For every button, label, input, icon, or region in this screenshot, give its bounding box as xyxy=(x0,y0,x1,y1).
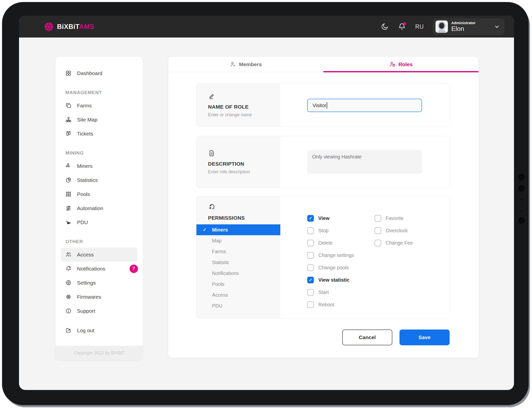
permissions-info: PERMISSIONS ✓ Miners ✓ Map ✓ xyxy=(196,196,280,318)
checkbox-view[interactable]: View xyxy=(307,212,354,224)
category-miners[interactable]: ✓ Miners xyxy=(196,224,280,235)
checkbox[interactable] xyxy=(307,252,314,259)
sidebar-item-label: Statistics xyxy=(77,177,98,183)
checkbox[interactable] xyxy=(307,277,314,283)
page: BiXBiTAMS RU xyxy=(0,0,532,408)
section-title: DESCRIPTION xyxy=(208,161,280,167)
sidebar-section-management: MANAGEMENT xyxy=(56,80,143,98)
site-map-icon xyxy=(65,117,72,123)
checkbox-label: Stop xyxy=(318,228,328,233)
logout-icon xyxy=(65,327,72,333)
checkbox-overclock[interactable]: Overclock xyxy=(375,224,413,237)
save-button[interactable]: Save xyxy=(399,330,450,345)
check-icon: ✓ xyxy=(203,227,207,233)
checkbox[interactable] xyxy=(307,240,314,246)
tab-members[interactable]: Members xyxy=(168,57,323,72)
tickets-icon xyxy=(65,131,72,137)
checkbox-view-statistic[interactable]: View statistic xyxy=(307,274,354,286)
permissions-column-1: View Stop Delete Change settings xyxy=(307,212,354,311)
permissions-section: PERMISSIONS ✓ Miners ✓ Map ✓ xyxy=(196,196,450,318)
dark-mode-toggle[interactable] xyxy=(381,23,389,31)
miners-icon xyxy=(65,163,72,169)
app-header: BiXBiTAMS RU xyxy=(19,16,514,38)
role-lock-icon xyxy=(389,61,396,67)
bell-icon xyxy=(65,266,72,272)
checkbox-reboot[interactable]: Reboot xyxy=(307,298,354,311)
category-statistic[interactable]: ✓ Statistic xyxy=(196,257,280,268)
checkbox[interactable] xyxy=(307,301,314,308)
checkbox-change-fee[interactable]: Change Fee xyxy=(375,237,413,249)
sidebar-item-dashboard[interactable]: Dashboard xyxy=(56,66,143,80)
category-pools[interactable]: ✓ Pools xyxy=(196,279,280,290)
category-label: Miners xyxy=(212,227,228,233)
sidebar-item-farms[interactable]: Farms xyxy=(56,98,143,113)
role-name-input[interactable]: Visitor xyxy=(307,99,422,112)
checkbox[interactable] xyxy=(307,264,314,271)
checkbox[interactable] xyxy=(307,227,314,234)
sidebar-item-settings[interactable]: Settings xyxy=(56,276,143,290)
tab-roles[interactable]: Roles xyxy=(323,57,479,72)
category-map[interactable]: ✓ Map xyxy=(196,235,280,246)
role-description-value: Only viewing Hashrate xyxy=(312,154,361,159)
sidebar-section-mining: MINING xyxy=(56,141,143,159)
checkbox-favorite[interactable]: Favorite xyxy=(375,212,413,224)
checkbox[interactable] xyxy=(375,227,381,234)
document-gear-icon xyxy=(208,203,216,211)
sidebar-item-firmwares[interactable]: Firmwares xyxy=(56,290,143,304)
checkbox-label: Change settings xyxy=(318,253,354,258)
member-check-icon xyxy=(230,61,236,67)
sidebar-item-access[interactable]: Access xyxy=(61,248,137,262)
category-farms[interactable]: ✓ Farms xyxy=(196,246,280,257)
sidebar-item-site-map[interactable]: Site Map xyxy=(56,113,143,127)
sidebar-item-pdu[interactable]: PDU xyxy=(56,215,143,229)
checkbox-change-pools[interactable]: Change pools xyxy=(307,261,354,274)
category-access[interactable]: ✓ Access xyxy=(196,290,280,300)
user-role: Administrator xyxy=(451,21,475,25)
side-button-dot xyxy=(518,174,525,180)
language-selector[interactable]: RU xyxy=(415,23,424,30)
category-label: Farms xyxy=(212,249,226,254)
sidebar-item-statistics[interactable]: Statistics xyxy=(56,173,143,187)
checkbox[interactable] xyxy=(375,240,381,246)
role-description-textarea[interactable]: Only viewing Hashrate xyxy=(307,150,422,174)
chip-icon xyxy=(65,294,72,300)
user-menu[interactable]: Administrator Elon xyxy=(433,19,504,35)
sidebar-item-logout[interactable]: Log out xyxy=(56,323,143,337)
moon-icon xyxy=(381,23,389,31)
sidebar-item-notifications[interactable]: Notifications 7 xyxy=(56,262,143,276)
checkbox-delete[interactable]: Delete xyxy=(307,237,354,249)
sidebar-section-other: OTHER xyxy=(56,229,143,248)
name-of-role-info: NAME OF ROLE Enter or change name xyxy=(196,83,280,127)
gear-icon xyxy=(65,280,72,286)
pools-icon xyxy=(65,191,72,197)
role-name-value: Visitor xyxy=(313,103,326,108)
brand-logo[interactable]: BiXBiTAMS xyxy=(44,21,94,32)
checkbox[interactable] xyxy=(307,289,314,296)
notifications-button[interactable] xyxy=(398,23,406,31)
sidebar-item-automation[interactable]: Automation xyxy=(56,201,143,215)
section-title: PERMISSIONS xyxy=(208,215,280,221)
sidebar-item-support[interactable]: Support xyxy=(56,304,143,318)
category-pdu[interactable]: ✓ PDU xyxy=(196,300,280,311)
checkbox-label: Overclock xyxy=(386,228,408,233)
checkbox-label: Change Fee xyxy=(386,240,413,246)
active-tab-indicator xyxy=(323,71,478,72)
checkbox-stop[interactable]: Stop xyxy=(307,224,354,237)
side-button-dot xyxy=(521,210,522,212)
checkbox[interactable] xyxy=(307,215,314,222)
checkbox-start[interactable]: Start xyxy=(307,286,354,298)
checkbox[interactable] xyxy=(375,215,381,222)
sidebar-item-pools[interactable]: Pools xyxy=(56,187,143,201)
checkbox-change-settings[interactable]: Change settings xyxy=(307,249,354,261)
category-notifications[interactable]: ✓ Notifications xyxy=(196,268,280,279)
sidebar-item-miners[interactable]: Miners xyxy=(56,159,143,173)
tablet-frame: BiXBiTAMS RU xyxy=(2,2,529,405)
automation-icon xyxy=(65,205,72,211)
bixbit-hexagon-icon xyxy=(44,21,54,32)
sidebar-item-label: Farms xyxy=(77,103,92,109)
cancel-button[interactable]: Cancel xyxy=(342,330,392,345)
checkbox-label: Change pools xyxy=(318,265,349,271)
sidebar-item-tickets[interactable]: Tickets xyxy=(56,127,143,141)
copyright: Copyright 2022 by BiXBiT xyxy=(56,346,143,360)
chevron-down-icon xyxy=(494,24,500,30)
